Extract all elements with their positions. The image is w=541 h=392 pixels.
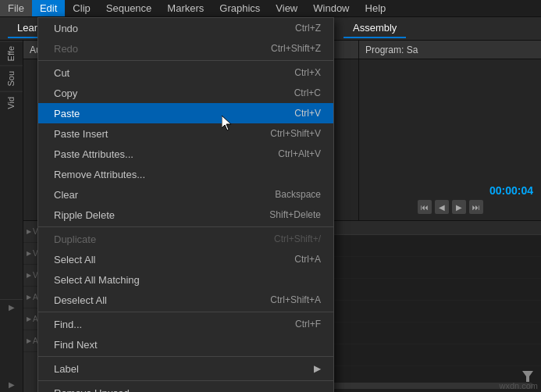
menu-item-copy[interactable]: Copy Ctrl+C [38, 83, 333, 103]
paste-attributes-label: Paste Attributes... [54, 148, 247, 160]
remove-unused-label: Remove Unused [54, 387, 290, 393]
cut-shortcut: Ctrl+X [294, 67, 321, 78]
menu-item-undo[interactable]: Undo Ctrl+Z [38, 18, 333, 38]
select-all-label: Select All [54, 254, 263, 265]
expand-left-icon2[interactable]: ▶ [9, 380, 15, 389]
menu-sequence[interactable]: Sequence [98, 0, 160, 16]
ripple-delete-label: Ripple Delete [54, 209, 238, 221]
paste-attributes-shortcut: Ctrl+Alt+V [278, 148, 321, 159]
track3-expand[interactable]: ▶ [27, 272, 31, 279]
video-label: Vid [0, 91, 23, 114]
find-next-label: Find Next [54, 339, 290, 351]
paste-label: Paste [54, 108, 263, 119]
duplicate-label: Duplicate [54, 233, 243, 245]
clear-label: Clear [54, 189, 244, 201]
remove-attributes-label: Remove Attributes... [54, 169, 290, 180]
menu-item-deselect-all[interactable]: Deselect All Ctrl+Shift+A [38, 290, 333, 310]
track1-expand[interactable]: ▶ [27, 228, 31, 235]
menu-markers[interactable]: Markers [159, 0, 212, 16]
svg-marker-0 [522, 371, 533, 382]
panel-header-right: Assembly [336, 19, 541, 38]
find-label: Find... [54, 319, 264, 330]
paste-shortcut: Ctrl+V [294, 108, 321, 119]
edit-dropdown-menu: Undo Ctrl+Z Redo Ctrl+Shift+Z Cut Ctrl+X… [37, 17, 334, 392]
menu-item-paste-attributes[interactable]: Paste Attributes... Ctrl+Alt+V [38, 144, 333, 164]
menu-window[interactable]: Window [305, 0, 357, 16]
redo-shortcut: Ctrl+Shift+Z [271, 43, 321, 54]
program-panel: Program: Sa 00:00:04 ⏮ ◀ ▶ ⏭ [359, 41, 541, 220]
track6-expand[interactable]: ▶ [27, 337, 31, 344]
menu-file[interactable]: File [0, 0, 32, 16]
select-all-shortcut: Ctrl+A [294, 254, 321, 265]
prog-ctrl-btn1[interactable]: ⏮ [418, 200, 432, 214]
prog-ctrl-btn4[interactable]: ⏭ [469, 200, 483, 214]
clear-shortcut: Backspace [275, 189, 321, 200]
separator-2 [38, 226, 333, 227]
deselect-all-shortcut: Ctrl+Shift+A [270, 294, 321, 305]
label-arrow-icon: ▶ [314, 363, 321, 374]
watermark: wxdn.com [499, 381, 538, 390]
undo-label: Undo [54, 23, 264, 34]
program-controls: ⏮ ◀ ▶ ⏭ [359, 200, 541, 214]
redo-label: Redo [54, 43, 240, 55]
menu-item-select-all[interactable]: Select All Ctrl+A [38, 249, 333, 269]
effects-label: Effe [0, 41, 23, 66]
menu-item-duplicate[interactable]: Duplicate Ctrl+Shift+/ [38, 229, 333, 249]
menu-edit[interactable]: Edit [32, 0, 65, 16]
menu-help[interactable]: Help [358, 0, 394, 16]
paste-insert-label: Paste Insert [54, 128, 239, 140]
menu-item-clear[interactable]: Clear Backspace [38, 184, 333, 205]
menu-item-label[interactable]: Label ▶ [38, 358, 333, 379]
menu-item-cut[interactable]: Cut Ctrl+X [38, 62, 333, 83]
menu-item-remove-attributes[interactable]: Remove Attributes... [38, 164, 333, 184]
find-shortcut: Ctrl+F [295, 319, 321, 330]
label-label: Label [54, 363, 308, 375]
program-panel-title: Program: Sa [365, 45, 418, 55]
tab-assembly[interactable]: Assembly [343, 19, 406, 38]
program-panel-titlebar: Program: Sa [359, 41, 541, 59]
prog-ctrl-btn3[interactable]: ▶ [452, 200, 466, 214]
menu-item-find-next[interactable]: Find Next [38, 334, 333, 355]
menu-item-select-all-matching[interactable]: Select All Matching [38, 269, 333, 290]
menu-item-remove-unused[interactable]: Remove Unused [38, 383, 333, 392]
menu-item-ripple-delete[interactable]: Ripple Delete Shift+Delete [38, 205, 333, 225]
cut-label: Cut [54, 67, 263, 79]
deselect-all-label: Deselect All [54, 294, 239, 306]
menu-item-redo[interactable]: Redo Ctrl+Shift+Z [38, 38, 333, 59]
paste-insert-shortcut: Ctrl+Shift+V [270, 128, 321, 139]
menu-item-find[interactable]: Find... Ctrl+F [38, 314, 333, 334]
copy-shortcut: Ctrl+C [294, 87, 321, 98]
menu-bar: File Edit Clip Sequence Markers Graphics… [0, 0, 541, 17]
separator-5 [38, 380, 333, 381]
expand-left-icon[interactable]: ▶ [9, 303, 15, 312]
menu-clip[interactable]: Clip [65, 0, 98, 16]
separator-1 [38, 60, 333, 61]
track5-expand[interactable]: ▶ [27, 315, 31, 323]
menu-graphics[interactable]: Graphics [212, 0, 268, 16]
separator-3 [38, 312, 333, 312]
track2-expand[interactable]: ▶ [27, 250, 31, 257]
left-sidebar: Effe Sou Vid ▶ ▶ [0, 41, 23, 392]
program-timecode: 00:00:04 [489, 184, 533, 197]
duplicate-shortcut: Ctrl+Shift+/ [274, 233, 321, 244]
undo-shortcut: Ctrl+Z [295, 23, 321, 34]
select-all-matching-label: Select All Matching [54, 274, 290, 286]
ripple-delete-shortcut: Shift+Delete [269, 209, 321, 220]
menu-item-paste[interactable]: Paste Ctrl+V [38, 103, 333, 123]
separator-4 [38, 356, 333, 357]
menu-view[interactable]: View [268, 0, 305, 16]
prog-ctrl-btn2[interactable]: ◀ [435, 200, 449, 214]
menu-item-paste-insert[interactable]: Paste Insert Ctrl+Shift+V [38, 123, 333, 144]
source-label: Sou [0, 66, 23, 91]
copy-label: Copy [54, 87, 263, 99]
track4-expand[interactable]: ▶ [27, 294, 31, 301]
